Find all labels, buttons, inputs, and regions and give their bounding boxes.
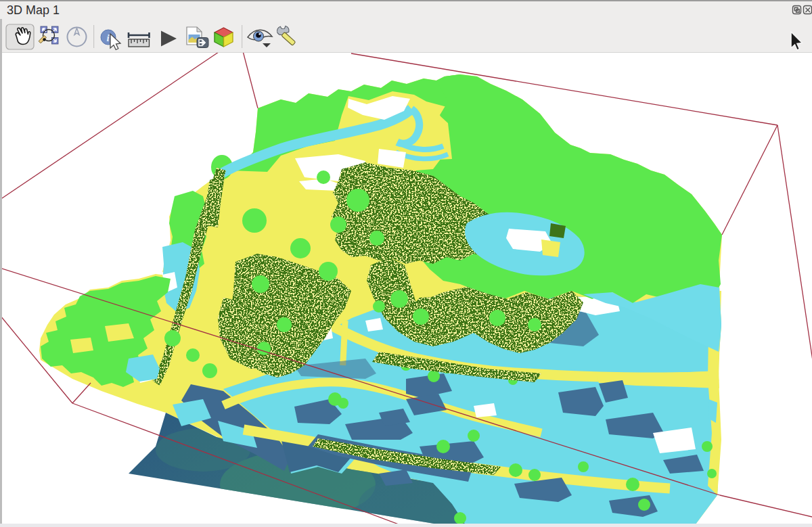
svg-text:3D Map 1: 3D Map 1 <box>7 3 60 17</box>
